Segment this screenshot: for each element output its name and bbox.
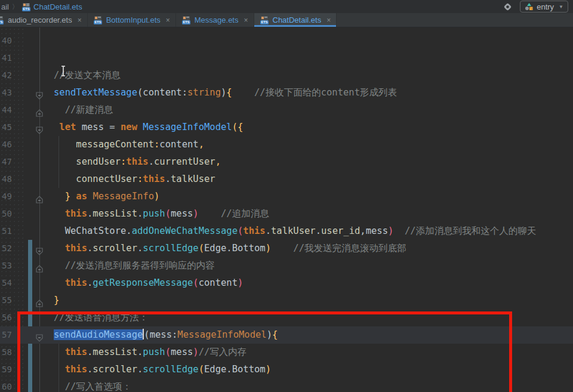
- token-pl: (: [137, 87, 143, 98]
- token-pl: .: [137, 243, 143, 254]
- token-gold: {: [226, 87, 232, 98]
- close-icon[interactable]: ×: [78, 16, 82, 24]
- line-number[interactable]: 42: [2, 67, 12, 84]
- settings-gear-icon[interactable]: [503, 2, 513, 12]
- line-number[interactable]: 41: [2, 50, 12, 67]
- token-pl: .: [137, 208, 143, 219]
- code-line[interactable]: 41: [0, 50, 573, 67]
- code-line[interactable]: 47 sendUser:this.currentUser,: [0, 153, 573, 171]
- code-line[interactable]: 46 messageContent:content,: [0, 136, 573, 153]
- token-fld: user_id: [321, 226, 360, 236]
- code-line[interactable]: 43sendTextMessage(content:string){ //接收下…: [0, 84, 573, 101]
- fold-collapse-icon[interactable]: [35, 245, 44, 253]
- line-number[interactable]: 56: [2, 309, 12, 326]
- token-pl: .: [266, 226, 271, 236]
- code-line[interactable]: 49 } as MessageInfo): [0, 188, 573, 205]
- code-line[interactable]: 45 let mess = new MessageInfoModel({: [0, 119, 573, 136]
- ets-file-icon: ETS: [260, 16, 269, 24]
- run-config-label: entry: [537, 2, 554, 11]
- code-line[interactable]: 48 connectUser:this.talkUser: [0, 171, 573, 188]
- close-icon[interactable]: ×: [326, 16, 331, 24]
- token-gold: ): [154, 191, 159, 202]
- breadcrumb-parent-folder[interactable]: ail: [1, 2, 9, 11]
- toolbar-right: entry ▼: [503, 0, 568, 13]
- token-pl: [271, 243, 293, 254]
- token-cm: //新建消息: [65, 104, 113, 115]
- token-pl: content: [159, 139, 198, 150]
- line-number[interactable]: 58: [2, 344, 12, 361]
- close-icon[interactable]: ×: [244, 16, 248, 24]
- code-line[interactable]: 50 this.messList.push(mess) //追加消息: [0, 205, 573, 223]
- fold-end-icon[interactable]: [35, 193, 44, 201]
- editor-tab-bar: ETS audio_recorder.ets × ETS BottomInput…: [0, 13, 573, 27]
- code-text: this.getResponseMessage(content): [54, 274, 243, 292]
- code-text: //发送消息到服务器得到响应的内容: [54, 257, 215, 274]
- code-editor[interactable]: 404142//发送文本消息43sendTextMessage(content:…: [0, 27, 573, 392]
- token-fld: messList: [93, 208, 137, 219]
- tab-chatdetail-active[interactable]: ETS ChatDetail.ets ×: [254, 13, 337, 27]
- token-type: MessageInfo: [93, 191, 154, 202]
- token-pl: content: [143, 87, 181, 98]
- line-number[interactable]: 44: [2, 101, 12, 119]
- token-pl: .: [226, 243, 232, 254]
- line-number[interactable]: 40: [2, 32, 12, 50]
- code-line[interactable]: 53 //发送消息到服务器得到响应的内容: [0, 257, 573, 274]
- line-number[interactable]: 47: [2, 153, 12, 171]
- tab-label: ChatDetail.ets: [273, 16, 322, 24]
- line-number[interactable]: 55: [2, 292, 12, 309]
- fold-collapse-icon[interactable]: [35, 124, 44, 132]
- ets-file-icon: ETS: [21, 2, 31, 11]
- code-line[interactable]: 44 //新建消息: [0, 101, 573, 119]
- token-pink: ): [388, 226, 393, 236]
- line-number[interactable]: 53: [2, 257, 12, 274]
- line-number[interactable]: 51: [2, 223, 12, 240]
- code-line[interactable]: 40: [0, 32, 573, 50]
- breadcrumb-file[interactable]: ChatDetail.ets: [33, 2, 82, 11]
- token-pl: ,: [360, 226, 365, 236]
- tab-bottominput[interactable]: ETS BottomInput.ets ×: [88, 13, 176, 27]
- line-number[interactable]: 49: [2, 188, 12, 205]
- token-pink: (: [238, 226, 243, 236]
- code-line[interactable]: 55}: [0, 292, 573, 309]
- line-number[interactable]: 60: [2, 378, 12, 392]
- line-number[interactable]: 59: [2, 361, 12, 378]
- token-pl: ): [221, 87, 226, 98]
- fold-end-icon[interactable]: [35, 262, 44, 270]
- token-pl: mess: [171, 208, 193, 219]
- run-config-selector[interactable]: entry ▼: [520, 1, 568, 13]
- svg-text:ETS: ETS: [23, 7, 30, 11]
- token-pl: [232, 87, 254, 98]
- fold-end-icon[interactable]: [35, 106, 44, 115]
- token-fld: currentUser: [154, 156, 215, 167]
- code-line[interactable]: 52 this.scroller.scrollEdge(Edge.Bottom)…: [0, 240, 573, 257]
- code-text: this.scroller.scrollEdge(Edge.Bottom) //…: [54, 240, 406, 257]
- line-number[interactable]: 46: [2, 136, 12, 153]
- line-number[interactable]: 45: [2, 119, 12, 136]
- fold-end-icon[interactable]: [35, 297, 44, 305]
- line-number[interactable]: 48: [2, 171, 12, 188]
- tab-message[interactable]: ETS Message.ets ×: [176, 13, 254, 27]
- close-icon[interactable]: ×: [166, 16, 170, 24]
- ets-file-icon: ETS: [0, 16, 4, 24]
- code-line[interactable]: 42//发送文本消息: [0, 67, 573, 84]
- line-number[interactable]: 50: [2, 205, 12, 223]
- token-kw: this: [126, 156, 148, 167]
- token-fld: messageContent: [76, 139, 154, 150]
- code-line[interactable]: 51 WeChatStore.addOneWeChatMessage(this.…: [0, 223, 573, 240]
- tab-audio-recorder[interactable]: ETS audio_recorder.ets ×: [0, 13, 88, 27]
- token-gold: }: [54, 295, 59, 305]
- token-kw: this: [243, 226, 265, 236]
- token-fld: talkUser: [171, 174, 215, 184]
- token-pl: content: [199, 277, 238, 288]
- code-text: this.messList.push(mess) //追加消息: [54, 205, 269, 223]
- code-line[interactable]: 54 this.getResponseMessage(content): [0, 274, 573, 292]
- line-number[interactable]: 57: [2, 326, 12, 344]
- token-call: push: [143, 208, 165, 219]
- line-number[interactable]: 43: [2, 84, 12, 101]
- line-number[interactable]: 52: [2, 240, 12, 257]
- fold-collapse-icon[interactable]: [35, 89, 44, 97]
- token-pl: [54, 139, 76, 150]
- token-pl: [54, 260, 65, 271]
- token-pl: .: [149, 156, 154, 167]
- line-number[interactable]: 54: [2, 274, 12, 292]
